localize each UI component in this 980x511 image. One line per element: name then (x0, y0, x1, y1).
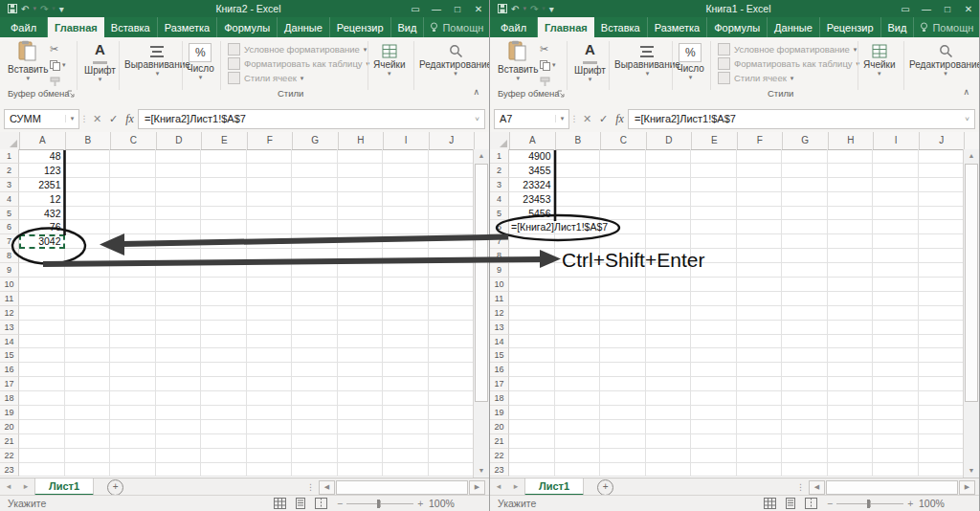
cell-F5[interactable] (737, 207, 783, 221)
cell-H6[interactable] (338, 220, 384, 234)
cell-I13[interactable] (873, 321, 919, 335)
customize-qat-icon[interactable]: ▾ (549, 4, 554, 14)
row-header-13[interactable]: 13 (0, 321, 19, 335)
cell-B23[interactable] (65, 463, 111, 478)
ribbon-tab-0[interactable]: Файл (490, 17, 538, 37)
ribbon-tab-1[interactable]: Главная (538, 17, 594, 37)
cell-H10[interactable] (338, 278, 384, 292)
column-header-H[interactable]: H (829, 132, 875, 149)
new-sheet-icon[interactable]: + (597, 479, 613, 496)
cell-A4[interactable]: 23453 (509, 192, 555, 207)
cell-A2[interactable]: 3455 (509, 164, 555, 178)
cell-I2[interactable] (873, 164, 919, 178)
cell-A1[interactable]: 48 (19, 149, 65, 164)
formula-input[interactable]: =[Книга2]Лист1!$A$7˅ (138, 109, 485, 129)
ribbon-tab-7[interactable]: Вид (881, 17, 915, 37)
cell-E10[interactable] (201, 278, 247, 292)
cell-E6[interactable] (201, 220, 247, 234)
ribbon-tab-4[interactable]: Формулы (217, 17, 278, 37)
cell-F7[interactable] (737, 234, 783, 249)
cell-B16[interactable] (65, 363, 111, 377)
cell-H9[interactable] (338, 263, 384, 278)
scrollbar-grip[interactable]: ⋮ (306, 482, 315, 492)
cell-I6[interactable] (383, 220, 429, 234)
cell-A3[interactable]: 23324 (509, 178, 555, 192)
row-header-15[interactable]: 15 (0, 348, 19, 363)
cell-D15[interactable] (156, 348, 202, 363)
cell-G12[interactable] (292, 306, 338, 321)
cell-B1[interactable] (555, 149, 601, 164)
cell-E5[interactable] (691, 207, 737, 221)
cell-I8[interactable] (873, 249, 919, 263)
cell-B4[interactable] (65, 192, 111, 207)
cell-A17[interactable] (509, 377, 555, 391)
cell-E14[interactable] (201, 335, 247, 349)
help-tab[interactable]: Помощн (424, 17, 489, 37)
cell-G2[interactable] (292, 164, 338, 178)
cell-C15[interactable] (110, 348, 156, 363)
cell-C18[interactable] (600, 391, 646, 406)
cell-D2[interactable] (646, 164, 692, 178)
cell-J4[interactable] (429, 192, 475, 207)
cell-E21[interactable] (691, 434, 737, 449)
cell-A11[interactable] (19, 292, 65, 306)
cell-D21[interactable] (156, 434, 202, 449)
cell-D14[interactable] (156, 335, 202, 349)
cell-J15[interactable] (919, 348, 965, 363)
cell-B22[interactable] (65, 449, 111, 463)
cell-J21[interactable] (919, 434, 965, 449)
cell-A14[interactable] (19, 335, 65, 349)
scroll-left-icon[interactable]: ◀ (809, 480, 825, 495)
cell-B12[interactable] (65, 306, 111, 321)
cell-D19[interactable] (156, 406, 202, 420)
cell-B22[interactable] (555, 449, 601, 463)
cell-I7[interactable] (873, 234, 919, 249)
cell-A5[interactable]: 5456 (509, 207, 555, 221)
zoom-level[interactable]: 100% (429, 498, 455, 509)
cell-G20[interactable] (292, 420, 338, 434)
cell-C17[interactable] (600, 377, 646, 391)
cell-J23[interactable] (429, 463, 475, 478)
row-header-21[interactable]: 21 (0, 434, 19, 449)
close-icon[interactable]: ✕ (468, 4, 489, 14)
cell-J15[interactable] (429, 348, 475, 363)
cell-H18[interactable] (338, 391, 384, 406)
cell-D15[interactable] (646, 348, 692, 363)
cell-D18[interactable] (156, 391, 202, 406)
cell-C12[interactable] (110, 306, 156, 321)
zoom-level[interactable]: 100% (919, 498, 945, 509)
cell-I20[interactable] (383, 420, 429, 434)
cell-A23[interactable] (19, 463, 65, 478)
cell-I4[interactable] (873, 192, 919, 207)
format-as-table-button[interactable]: Форматировать как таблицу▾ (718, 57, 859, 70)
cell-E4[interactable] (201, 192, 247, 207)
row-header-7[interactable]: 7 (490, 234, 509, 249)
cell-H5[interactable] (828, 207, 874, 221)
cell-A15[interactable] (509, 348, 555, 363)
cell-H4[interactable] (828, 192, 874, 207)
cell-F8[interactable] (247, 249, 293, 263)
cell-J13[interactable] (429, 321, 475, 335)
select-all-corner[interactable] (490, 132, 510, 149)
cell-A7[interactable]: 3042 (19, 234, 65, 249)
ribbon-tab-6[interactable]: Рецензир (820, 17, 881, 37)
cell-J10[interactable] (919, 278, 965, 292)
cell-I7[interactable] (383, 234, 429, 249)
cell-H1[interactable] (828, 149, 874, 164)
cell-I6[interactable] (873, 220, 919, 234)
cell-J7[interactable] (919, 234, 965, 249)
row-header-23[interactable]: 23 (0, 463, 19, 478)
cell-J22[interactable] (919, 449, 965, 463)
cell-E9[interactable] (201, 263, 247, 278)
cell-D20[interactable] (156, 420, 202, 434)
cell-C10[interactable] (110, 278, 156, 292)
ribbon-tab-1[interactable]: Главная (48, 17, 104, 37)
alignment-group-button[interactable]: Выравнивание ▾ (614, 40, 680, 77)
cell-G19[interactable] (292, 406, 338, 420)
row-header-2[interactable]: 2 (0, 164, 19, 178)
undo-icon[interactable]: ↶ (21, 4, 29, 14)
cell-B11[interactable] (65, 292, 111, 306)
cell-G22[interactable] (782, 449, 828, 463)
maximize-icon[interactable]: □ (447, 4, 468, 14)
maximize-icon[interactable]: □ (937, 4, 958, 14)
